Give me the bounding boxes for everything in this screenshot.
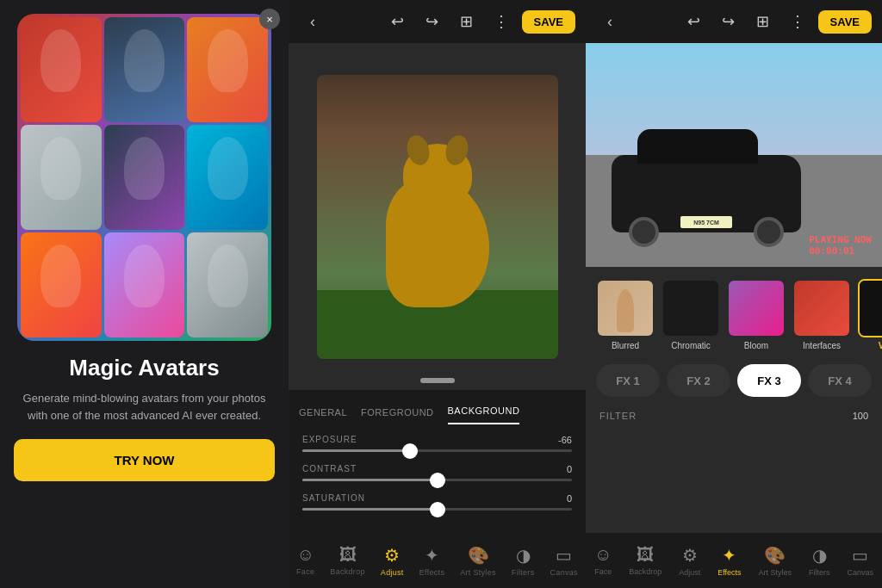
- filter-label: FILTER: [599, 411, 637, 421]
- blurred-label: Blurred: [612, 341, 639, 350]
- r-nav-effects[interactable]: ✦ Effects: [717, 545, 741, 577]
- undo-button[interactable]: ↩: [384, 8, 412, 35]
- avatar-cell: [104, 232, 185, 337]
- face-label: Face: [296, 567, 314, 576]
- bloom-thumbnail: [727, 279, 786, 337]
- exposure-track[interactable]: [302, 449, 572, 452]
- crop-button[interactable]: ⊞: [453, 8, 481, 35]
- exposure-thumb[interactable]: [402, 443, 418, 459]
- adjust-icon: ⚙: [384, 545, 400, 566]
- interfaces-label: Interfaces: [803, 341, 841, 350]
- art-styles-label: Art Styles: [460, 568, 496, 577]
- saturation-slider-row: SATURATION 0: [302, 493, 572, 511]
- magic-avatars-description: Generate mind-blowing avatars from your …: [14, 390, 275, 424]
- right-bottom-nav: ☺ Face 🖼 Backdrop ⚙ Adjust ✦ Effects 🎨 A…: [586, 533, 882, 588]
- contrast-thumb[interactable]: [430, 473, 445, 488]
- saturation-fill: [302, 508, 438, 511]
- effect-bloom[interactable]: Bloom: [727, 279, 786, 350]
- r-nav-art-styles[interactable]: 🎨 Art Styles: [759, 545, 792, 577]
- saturation-track[interactable]: [302, 508, 572, 511]
- avatar-cell: [104, 17, 185, 122]
- redo-button[interactable]: ↪: [419, 8, 446, 35]
- r-nav-backdrop[interactable]: 🖼 Backdrop: [629, 545, 662, 576]
- save-button[interactable]: SAVE: [522, 10, 575, 34]
- effects-icon: ✦: [425, 545, 439, 566]
- filter-row: FILTER 100: [586, 404, 882, 428]
- nav-backdrop[interactable]: 🖼 Backdrop: [330, 545, 364, 576]
- right-toolbar: ‹ ↩ ↪ ⊞ ⋮ SAVE: [586, 0, 882, 43]
- r-face-label: Face: [594, 567, 612, 576]
- back-button[interactable]: ‹: [299, 8, 326, 35]
- effect-vhs[interactable]: VHS: [858, 279, 882, 350]
- dog-body: [386, 178, 489, 307]
- magic-avatars-title: Magic Avatars: [69, 355, 219, 381]
- r-nav-canvas[interactable]: ▭ Canvas: [847, 545, 873, 577]
- center-toolbar: ‹ ↩ ↪ ⊞ ⋮ SAVE: [289, 0, 586, 43]
- nav-art-styles[interactable]: 🎨 Art Styles: [460, 545, 496, 577]
- car-image-area: N95 7CM PLAYING NOW 00:00:01: [586, 43, 882, 267]
- dog-image: [317, 75, 558, 359]
- dog-silhouette: [386, 178, 489, 307]
- r-art-styles-icon: 🎨: [764, 545, 786, 566]
- fx2-button[interactable]: FX 2: [667, 364, 730, 397]
- fx-buttons-row: FX 1 FX 2 FX 3 FX 4: [586, 357, 882, 404]
- right-save-button[interactable]: SAVE: [818, 10, 872, 34]
- right-more-button[interactable]: ⋮: [784, 8, 811, 35]
- saturation-thumb[interactable]: [430, 502, 445, 517]
- contrast-track[interactable]: [302, 479, 572, 481]
- tab-background[interactable]: BACKGROUND: [448, 405, 520, 424]
- exposure-slider-row: EXPOSURE -66: [302, 435, 572, 452]
- nav-face[interactable]: ☺ Face: [296, 545, 314, 576]
- exposure-fill: [302, 449, 410, 452]
- vhs-time: 00:00:01: [809, 245, 872, 257]
- try-now-button[interactable]: TRY NOW: [14, 439, 275, 481]
- backdrop-icon: 🖼: [339, 545, 357, 565]
- r-adjust-icon: ⚙: [682, 545, 698, 566]
- more-options-button[interactable]: ⋮: [488, 8, 515, 35]
- fx1-button[interactable]: FX 1: [596, 364, 660, 397]
- exposure-value: -66: [558, 435, 572, 445]
- tab-general[interactable]: GENERAL: [299, 407, 347, 424]
- close-button[interactable]: ×: [259, 9, 280, 29]
- r-filters-label: Filters: [809, 568, 830, 577]
- effect-chromatic[interactable]: Chromatic: [662, 279, 720, 350]
- r-nav-face[interactable]: ☺ Face: [594, 545, 612, 576]
- left-panel: × Magic Avatars Generate mind-blowing av…: [0, 0, 289, 588]
- right-back-button[interactable]: ‹: [596, 8, 624, 35]
- vhs-label: VHS: [879, 341, 882, 350]
- right-redo-button[interactable]: ↪: [715, 8, 742, 35]
- exposure-label: EXPOSURE: [302, 435, 357, 445]
- contrast-value: 0: [567, 464, 572, 474]
- nav-filters[interactable]: ◑ Filters: [512, 545, 535, 577]
- contrast-label: CONTRAST: [302, 464, 357, 474]
- filters-icon: ◑: [516, 545, 531, 566]
- r-effects-label: Effects: [717, 568, 741, 577]
- effect-interfaces[interactable]: Interfaces: [792, 279, 851, 350]
- nav-canvas[interactable]: ▭ Canvas: [550, 545, 578, 577]
- r-face-icon: ☺: [594, 545, 612, 565]
- sliders-area: EXPOSURE -66 CONTRAST 0 SATURATION 0: [289, 424, 586, 533]
- nav-adjust[interactable]: ⚙ Adjust: [381, 545, 404, 577]
- r-nav-adjust[interactable]: ⚙ Adjust: [679, 545, 700, 577]
- saturation-value: 0: [567, 493, 572, 504]
- r-nav-filters[interactable]: ◑ Filters: [809, 545, 830, 577]
- bloom-label: Bloom: [744, 341, 768, 350]
- backdrop-label: Backdrop: [330, 567, 364, 576]
- effect-blurred[interactable]: Blurred: [596, 279, 655, 350]
- interfaces-thumbnail: [792, 279, 851, 337]
- r-canvas-label: Canvas: [847, 568, 873, 577]
- nav-effects[interactable]: ✦ Effects: [419, 545, 444, 577]
- r-art-styles-label: Art Styles: [759, 568, 792, 577]
- tab-foreground[interactable]: FOREGROUND: [361, 407, 433, 424]
- fx3-button[interactable]: FX 3: [737, 364, 801, 397]
- avatar-cell: [187, 125, 268, 230]
- car-wheel-right: [754, 217, 784, 247]
- right-undo-button[interactable]: ↩: [680, 8, 708, 35]
- center-panel: ‹ ↩ ↪ ⊞ ⋮ SAVE GENERAL FOREGROUND BACKGR…: [289, 0, 586, 588]
- r-backdrop-icon: 🖼: [637, 545, 654, 565]
- right-crop-button[interactable]: ⊞: [749, 8, 777, 35]
- fx4-button[interactable]: FX 4: [808, 364, 872, 397]
- right-panel: ‹ ↩ ↪ ⊞ ⋮ SAVE N95 7CM PLAYING NOW 00:00…: [586, 0, 882, 588]
- r-filters-icon: ◑: [812, 545, 827, 566]
- face-icon: ☺: [296, 545, 314, 565]
